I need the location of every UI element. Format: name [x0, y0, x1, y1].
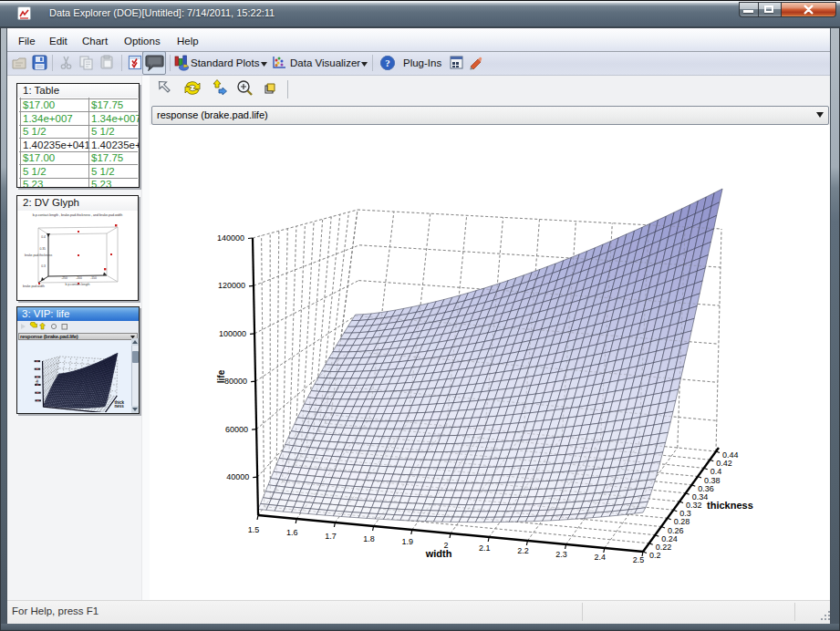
svg-text:0.44: 0.44	[722, 450, 739, 460]
svg-text:0.22: 0.22	[656, 543, 672, 552]
svg-text:2.4: 2.4	[595, 553, 607, 562]
svg-text:thickness: thickness	[707, 500, 753, 511]
svg-text:?: ?	[385, 57, 390, 68]
svg-text:60000: 60000	[225, 425, 248, 434]
svg-text:-250: -250	[61, 276, 67, 280]
svg-text:1.8: 1.8	[363, 534, 375, 543]
svg-text:1.7: 1.7	[325, 532, 337, 541]
svg-text:-150: -150	[90, 276, 97, 280]
svg-text:0.2: 0.2	[649, 551, 661, 560]
svg-text:100000: 100000	[219, 329, 246, 338]
svg-text:0.26: 0.26	[668, 526, 684, 535]
svg-text:0.3: 0.3	[41, 264, 46, 268]
svg-text:0.3: 0.3	[679, 509, 691, 518]
svg-text:0.35: 0.35	[39, 247, 46, 251]
svg-text:1.6: 1.6	[286, 528, 298, 537]
svg-text:2.1: 2.1	[479, 543, 491, 553]
svg-text:140000: 140000	[217, 233, 244, 243]
svg-text:80000: 80000	[224, 377, 247, 386]
svg-text:0.32: 0.32	[686, 501, 702, 510]
svg-text:0.28: 0.28	[674, 517, 690, 526]
svg-text:brake.pad.thickness: brake.pad.thickness	[25, 253, 52, 257]
svg-text:width: width	[425, 548, 452, 559]
svg-text:1.9: 1.9	[402, 537, 414, 546]
svg-text:0.24: 0.24	[661, 534, 678, 543]
svg-text:40000: 40000	[226, 472, 249, 481]
svg-text:2.3: 2.3	[555, 550, 567, 559]
svg-text:0.36: 0.36	[698, 484, 714, 493]
svg-text:b.p.contact.length , brake.pad: b.p.contact.length , brake.pad.thickness…	[33, 213, 123, 217]
svg-text:2.5: 2.5	[633, 555, 645, 564]
svg-text:-200: -200	[76, 276, 82, 280]
svg-text:1.5: 1.5	[248, 525, 260, 534]
svg-text:2.2: 2.2	[517, 546, 529, 555]
svg-text:120000: 120000	[218, 281, 245, 290]
svg-text:life: life	[35, 378, 39, 384]
svg-text:brake.pad.width: brake.pad.width	[23, 284, 45, 288]
svg-text:b.p.contact.length: b.p.contact.length	[66, 283, 90, 286]
svg-text:0.4: 0.4	[710, 467, 722, 476]
svg-text:life: life	[216, 369, 226, 383]
svg-text:0.38: 0.38	[704, 476, 721, 485]
svg-text:0.34: 0.34	[692, 492, 709, 502]
svg-text:ness: ness	[114, 404, 124, 409]
svg-text:0.42: 0.42	[716, 459, 732, 468]
svg-text:0.4: 0.4	[41, 235, 46, 239]
